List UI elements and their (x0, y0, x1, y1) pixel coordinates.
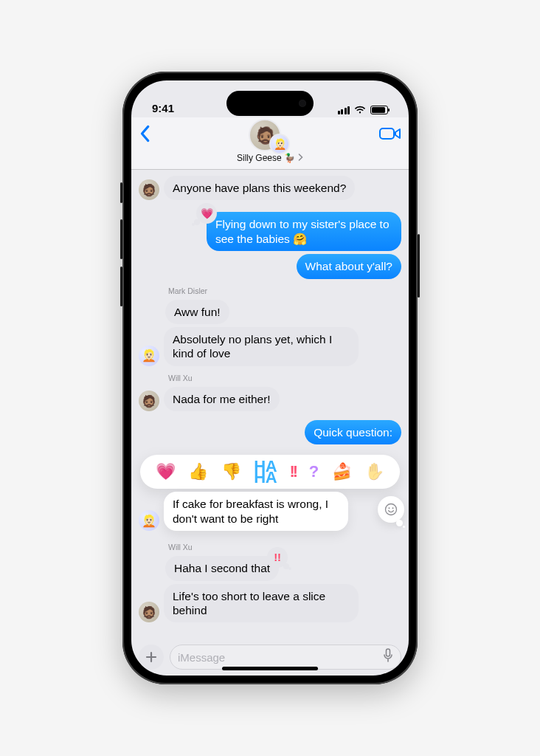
message-row: 👱🏻 Absolutely no plans yet, which I kind… (139, 327, 401, 366)
tapback-question[interactable]: ? (309, 462, 319, 481)
facetime-button[interactable] (379, 126, 401, 145)
side-button (418, 234, 420, 298)
home-indicator[interactable] (222, 667, 318, 670)
tapback-emoji[interactable]: 🍰 (332, 462, 352, 481)
message-row: What about y'all? (139, 254, 401, 278)
sender-label: Mark Disler (168, 286, 401, 295)
message-bubble[interactable]: What about y'all? (297, 254, 401, 278)
avatar[interactable]: 🧔🏽 (139, 179, 159, 200)
volume-up-button (120, 219, 122, 259)
apps-button[interactable] (139, 645, 164, 670)
message-row: Aww fun! (139, 300, 401, 324)
message-row: 🧔🏽 Life's too short to leave a slice beh… (139, 584, 401, 623)
message-row: 👱🏻 If cake for breakfast is wrong, I don… (139, 492, 401, 531)
conversation-header: 🧔🏽 👱🏻 Silly Geese 🦆 (131, 117, 409, 170)
tapback-heart-icon[interactable]: 💗 (196, 203, 217, 224)
iphone-frame: 9:41 🧔🏽 👱🏻 (122, 72, 418, 684)
message-bubble[interactable]: Life's too short to leave a slice behind (164, 584, 359, 623)
cellular-signal-icon (338, 106, 350, 114)
silence-switch (120, 182, 122, 203)
avatar[interactable]: 👱🏻 (139, 510, 159, 531)
tapback-more[interactable]: ✋ (364, 462, 384, 481)
group-avatar[interactable]: 🧔🏽 👱🏻 (249, 119, 281, 151)
message-bubble[interactable]: Absolutely no plans yet, which I kind of… (164, 327, 359, 366)
conversation-name: Silly Geese 🦆 (237, 153, 295, 163)
avatar[interactable]: 🧔🏽 (139, 602, 159, 622)
tapback-picker: 💗 👍 👎 HAHA !! ? 🍰 ✋ 👱🏻 If cake for break… (139, 455, 401, 531)
message-text: Haha I second that (174, 562, 270, 574)
status-time: 9:41 (152, 102, 174, 114)
dynamic-island (226, 91, 314, 116)
tapback-heart[interactable]: 💗 (156, 462, 176, 481)
message-text: Flying down to my sister's place to see … (215, 218, 390, 244)
tapback-thumbs-up[interactable]: 👍 (188, 462, 208, 481)
message-list[interactable]: 🧔🏽 Anyone have plans this weekend? 💗 Fly… (131, 170, 409, 640)
memoji-icon: 👱🏻 (274, 138, 286, 150)
tapback-haha[interactable]: HAHA (254, 461, 277, 484)
tapback-thumbs-down[interactable]: 👎 (221, 462, 241, 481)
message-bubble[interactable]: Quick question: (305, 420, 401, 444)
svg-rect-0 (380, 128, 394, 139)
message-row: 🧔🏽 Anyone have plans this weekend? (139, 176, 401, 200)
volume-down-button (120, 267, 122, 306)
message-bubble-selected[interactable]: If cake for breakfast is wrong, I don't … (164, 492, 348, 531)
message-bubble[interactable]: Anyone have plans this weekend? (164, 176, 355, 200)
message-row: Quick question: (139, 420, 401, 444)
chevron-right-icon (298, 153, 303, 163)
message-bubble[interactable]: Aww fun! (165, 300, 229, 324)
message-row: 🧔🏽 Nada for me either! (139, 387, 401, 411)
dictation-button[interactable] (383, 648, 393, 666)
back-button[interactable] (139, 125, 150, 145)
tapback-exclaim[interactable]: !! (290, 462, 297, 481)
conversation-title[interactable]: Silly Geese 🦆 (139, 153, 401, 163)
wifi-icon (354, 106, 366, 114)
avatar[interactable]: 🧔🏽 (139, 391, 159, 411)
message-bubble[interactable]: 💗 Flying down to my sister's place to se… (207, 212, 401, 251)
sender-label: Will Xu (168, 374, 401, 382)
message-bubble[interactable]: Haha I second that !! (165, 556, 279, 580)
message-row: 💗 Flying down to my sister's place to se… (139, 212, 401, 251)
svg-rect-4 (387, 649, 390, 656)
message-bubble[interactable]: Nada for me either! (164, 387, 280, 411)
tapback-exclaim-icon[interactable]: !! (267, 547, 288, 568)
input-placeholder: iMessage (178, 651, 225, 664)
screen: 9:41 🧔🏽 👱🏻 (131, 80, 409, 676)
message-input[interactable]: iMessage (170, 645, 401, 670)
message-row: Haha I second that !! (139, 556, 401, 580)
avatar[interactable]: 👱🏻 (139, 346, 159, 366)
battery-icon (370, 106, 388, 114)
